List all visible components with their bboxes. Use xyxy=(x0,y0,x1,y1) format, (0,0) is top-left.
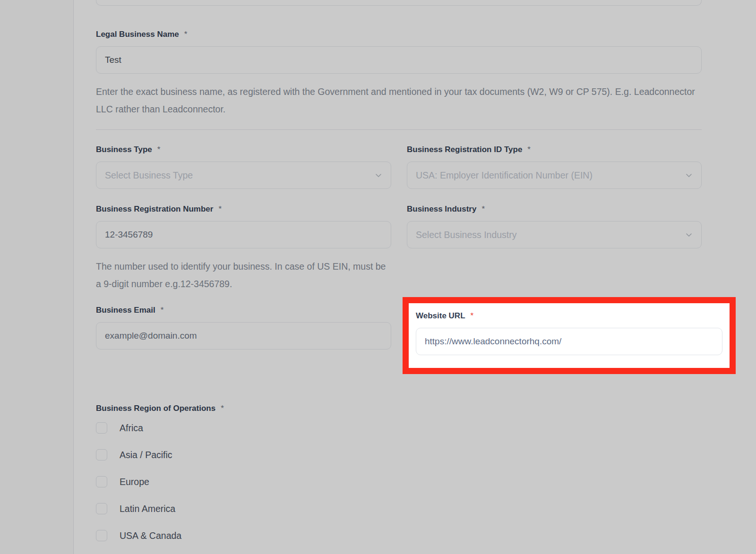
website-url-input[interactable] xyxy=(416,328,722,355)
tutorial-dim-overlay xyxy=(0,0,756,554)
website-url-label: Website URL * xyxy=(416,311,722,321)
required-asterisk: * xyxy=(471,311,474,321)
label-text: Website URL xyxy=(416,311,465,321)
website-url-cell: Website URL * xyxy=(407,305,702,374)
tutorial-highlight-box: Website URL * xyxy=(403,297,736,374)
